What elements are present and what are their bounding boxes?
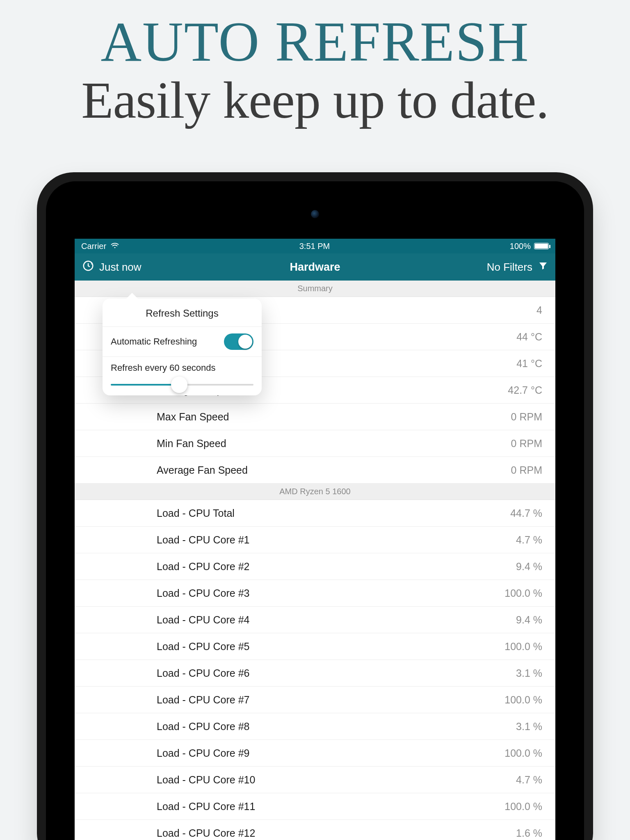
row-value: 9.4 % xyxy=(516,614,542,626)
filter-icon xyxy=(538,261,548,274)
row-value: 100.0 % xyxy=(504,641,542,653)
row-value: 100.0 % xyxy=(504,694,542,706)
row-value: 100.0 % xyxy=(504,747,542,759)
row-label: Load - CPU Core #9 xyxy=(157,747,250,759)
device-frame: Carrier 3:51 PM 100% xyxy=(37,172,593,840)
status-bar: Carrier 3:51 PM 100% xyxy=(75,239,555,253)
promo-title: AUTO REFRESH xyxy=(0,0,630,74)
row-value: 1.6 % xyxy=(516,827,542,839)
battery-icon xyxy=(534,243,549,249)
battery-percent: 100% xyxy=(510,242,531,251)
row-label: Load - CPU Core #2 xyxy=(157,561,250,573)
row-label: Load - CPU Core #12 xyxy=(157,827,255,839)
row-value: 0 RPM xyxy=(511,464,542,476)
filters-label: No Filters xyxy=(487,261,532,274)
table-row: Load - CPU Core #9100.0 % xyxy=(75,740,555,767)
table-row: Load - CPU Core #49.4 % xyxy=(75,607,555,633)
nav-bar: Just now Hardware No Filters xyxy=(75,253,555,281)
table-row: Load - CPU Core #3100.0 % xyxy=(75,580,555,607)
section-header: AMD Ryzen 5 1600 xyxy=(75,484,555,500)
row-value: 9.4 % xyxy=(516,561,542,573)
row-value: 3.1 % xyxy=(516,667,542,679)
app-screen: Carrier 3:51 PM 100% xyxy=(75,239,555,840)
refresh-icon xyxy=(82,260,94,275)
row-value: 0 RPM xyxy=(511,411,542,423)
section-header: Summary xyxy=(75,281,555,297)
carrier-label: Carrier xyxy=(81,242,106,251)
row-value: 44 °C xyxy=(516,331,542,343)
row-value: 3.1 % xyxy=(516,721,542,733)
table-row: Load - CPU Core #63.1 % xyxy=(75,660,555,687)
row-label: Load - CPU Core #7 xyxy=(157,694,250,706)
table-row: Load - CPU Core #11100.0 % xyxy=(75,793,555,820)
clock: 3:51 PM xyxy=(299,242,330,251)
device-bezel: Carrier 3:51 PM 100% xyxy=(46,181,584,840)
refresh-time-label: Just now xyxy=(99,261,142,274)
row-value: 4.7 % xyxy=(516,774,542,786)
auto-refresh-row: Automatic Refreshing xyxy=(103,327,262,357)
table-row: Load - CPU Core #14.7 % xyxy=(75,527,555,553)
auto-refresh-toggle[interactable] xyxy=(224,333,253,350)
row-value: 44.7 % xyxy=(510,507,542,519)
row-value: 100.0 % xyxy=(504,587,542,599)
row-label: Max Fan Speed xyxy=(157,411,229,423)
refresh-settings-popover: Refresh Settings Automatic Refreshing Re… xyxy=(103,299,262,395)
refresh-interval-label: Refresh every 60 seconds xyxy=(111,363,253,373)
row-label: Load - CPU Core #4 xyxy=(157,614,250,626)
row-value: 0 RPM xyxy=(511,438,542,450)
refresh-status-button[interactable]: Just now xyxy=(82,260,142,275)
refresh-interval-slider[interactable] xyxy=(111,384,253,386)
row-label: Load - CPU Core #6 xyxy=(157,667,250,679)
row-label: Load - CPU Core #1 xyxy=(157,534,250,546)
table-row: Load - CPU Core #83.1 % xyxy=(75,713,555,740)
row-label: Load - CPU Core #8 xyxy=(157,721,250,733)
wifi-icon xyxy=(110,242,119,251)
row-label: Min Fan Speed xyxy=(157,438,226,450)
popover-title: Refresh Settings xyxy=(103,299,262,327)
table-row: Load - CPU Core #121.6 % xyxy=(75,820,555,840)
table-row: Max Fan Speed0 RPM xyxy=(75,404,555,430)
auto-refresh-label: Automatic Refreshing xyxy=(111,336,197,347)
row-label: Load - CPU Core #11 xyxy=(157,801,255,813)
row-value: 4 xyxy=(536,304,542,316)
row-label: Load - CPU Total xyxy=(157,507,235,519)
row-value: 41 °C xyxy=(516,358,542,370)
row-label: Load - CPU Core #3 xyxy=(157,587,250,599)
page-title: Hardware xyxy=(290,261,340,274)
table-row: Min Fan Speed0 RPM xyxy=(75,430,555,457)
popover-arrow-icon xyxy=(126,293,139,299)
row-value: 42.7 °C xyxy=(508,384,542,396)
filters-button[interactable]: No Filters xyxy=(487,261,548,274)
table-row: Load - CPU Core #7100.0 % xyxy=(75,687,555,713)
row-value: 4.7 % xyxy=(516,534,542,546)
row-label: Load - CPU Core #5 xyxy=(157,641,250,653)
table-row: Load - CPU Core #5100.0 % xyxy=(75,633,555,660)
table-row: Load - CPU Core #29.4 % xyxy=(75,553,555,580)
promo-subtitle: Easily keep up to date. xyxy=(0,70,630,130)
camera-icon xyxy=(311,210,319,218)
slider-thumb-icon[interactable] xyxy=(171,377,187,393)
row-label: Average Fan Speed xyxy=(157,464,248,476)
row-label: Load - CPU Core #10 xyxy=(157,774,255,786)
row-value: 100.0 % xyxy=(504,801,542,813)
table-row: Average Fan Speed0 RPM xyxy=(75,457,555,484)
table-row: Load - CPU Total44.7 % xyxy=(75,500,555,527)
table-row: Load - CPU Core #104.7 % xyxy=(75,767,555,793)
